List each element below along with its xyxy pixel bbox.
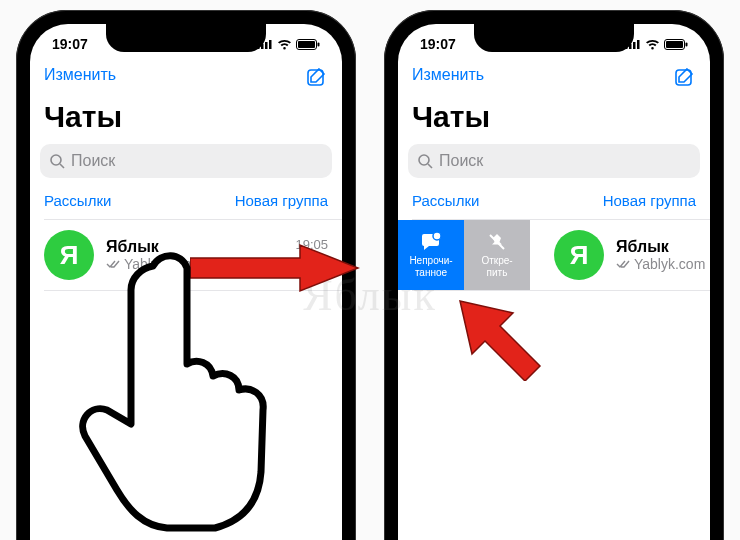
page-title: Чаты — [30, 98, 342, 144]
edit-link[interactable]: Изменить — [412, 66, 484, 92]
svg-rect-6 — [318, 42, 320, 46]
chat-name: Яблык — [616, 238, 710, 256]
search-input[interactable]: Поиск — [40, 144, 332, 178]
battery-icon — [296, 39, 320, 50]
svg-line-19 — [428, 164, 432, 168]
instruction-arrow-point — [455, 296, 550, 381]
search-icon — [418, 154, 433, 169]
phone-mockup-right: 19:07 Изменить Чаты Поиск Рассылки — [384, 10, 724, 540]
iphone-notch — [474, 24, 634, 52]
status-time: 19:07 — [52, 36, 88, 52]
chat-subtitle: Yablyk.com — [634, 256, 705, 272]
svg-rect-15 — [666, 41, 683, 48]
newgroup-link[interactable]: Новая группа — [235, 192, 328, 209]
compose-button[interactable] — [306, 66, 328, 92]
svg-rect-2 — [265, 42, 268, 49]
swipe-unpin-label: Откре- пить — [481, 255, 512, 278]
compose-icon — [306, 66, 328, 88]
status-time: 19:07 — [420, 36, 456, 52]
page-title: Чаты — [398, 98, 710, 144]
search-icon — [50, 154, 65, 169]
swipe-unpin-button[interactable]: Откре- пить — [464, 220, 530, 290]
status-icons — [625, 39, 688, 50]
svg-point-18 — [419, 155, 429, 165]
hand-pointer-icon — [75, 248, 285, 540]
newgroup-link[interactable]: Новая группа — [603, 192, 696, 209]
wifi-icon — [645, 39, 660, 50]
iphone-notch — [106, 24, 266, 52]
svg-rect-13 — [637, 40, 640, 49]
divider — [412, 290, 710, 291]
svg-point-20 — [433, 232, 441, 240]
chat-row-swiped[interactable]: Непрочи- танное Откре- пить Я Яблык Yabl… — [398, 220, 710, 290]
unpin-icon — [487, 232, 507, 252]
compose-icon — [674, 66, 696, 88]
chat-unread-icon — [420, 232, 442, 252]
status-icons — [257, 39, 320, 50]
wifi-icon — [277, 39, 292, 50]
broadcasts-link[interactable]: Рассылки — [44, 192, 111, 209]
search-input[interactable]: Поиск — [408, 144, 700, 178]
svg-point-8 — [51, 155, 61, 165]
battery-icon — [664, 39, 688, 50]
check-read-icon — [616, 259, 630, 269]
svg-rect-16 — [686, 42, 688, 46]
svg-rect-5 — [298, 41, 315, 48]
svg-line-9 — [60, 164, 64, 168]
search-placeholder: Поиск — [439, 152, 483, 170]
search-placeholder: Поиск — [71, 152, 115, 170]
swipe-unread-label: Непрочи- танное — [409, 255, 452, 278]
svg-rect-3 — [269, 40, 272, 49]
chat-avatar: Я — [554, 230, 604, 280]
compose-button[interactable] — [674, 66, 696, 92]
broadcasts-link[interactable]: Рассылки — [412, 192, 479, 209]
svg-rect-12 — [633, 42, 636, 49]
swipe-mark-unread-button[interactable]: Непрочи- танное — [398, 220, 464, 290]
svg-marker-23 — [460, 301, 540, 381]
edit-link[interactable]: Изменить — [44, 66, 116, 92]
